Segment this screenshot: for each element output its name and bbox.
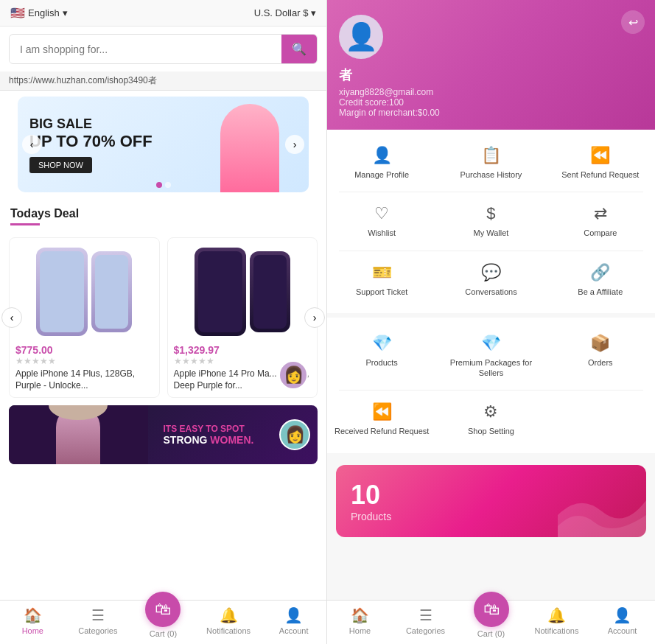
nav-account-label-left: Account xyxy=(279,626,309,635)
lang-chevron-icon: ▾ xyxy=(63,7,68,18)
flag-icon: 🇺🇸 xyxy=(10,6,25,20)
cart-icon-left: 🛍 xyxy=(155,600,171,619)
product-card-1[interactable]: $775.00 ★★★★★ Apple iPhone 14 Plus, 128G… xyxy=(9,237,160,398)
profile-avatar: 👤 xyxy=(339,15,383,59)
nav-cart-label-left: Cart (0) xyxy=(150,629,177,638)
products-next-button[interactable]: › xyxy=(304,307,325,328)
seller-premium-label: Premium Packages for Sellers xyxy=(442,357,539,379)
nav-home-right[interactable]: 🏠 Home xyxy=(327,601,393,644)
product-card-2[interactable]: $1,329.97 ★★★★★ Apple iPhone 14 Pro Ma..… xyxy=(167,237,318,398)
seller-empty xyxy=(546,393,655,445)
categories-icon: ☰ xyxy=(91,606,105,624)
nav-categories-left[interactable]: ☰ Categories xyxy=(66,601,131,644)
phone-screen-dark-2 xyxy=(253,255,287,329)
search-icon: 🔍 xyxy=(292,43,307,55)
compare-label: Compare xyxy=(584,228,617,238)
nav-cart-left[interactable]: 🛍 Cart (0) xyxy=(130,601,196,644)
wallet-icon: $ xyxy=(486,204,495,223)
seller-refund-label: Received Refund Request xyxy=(334,426,429,436)
dot-2 xyxy=(165,182,171,188)
shop-now-button[interactable]: SHOP NOW xyxy=(29,157,92,173)
seller-section: 💎 Products 💎 Premium Packages for Seller… xyxy=(327,318,655,453)
seller-grid-2: ⏪ Received Refund Request ⚙ Shop Setting xyxy=(327,393,655,445)
menu-conversations[interactable]: 💬 Conversations xyxy=(436,254,545,306)
nav-home-left[interactable]: 🏠 Home xyxy=(0,601,66,644)
conversations-label: Conversations xyxy=(465,287,516,297)
cart-button-left[interactable]: 🛍 xyxy=(145,592,181,627)
phone-screen-2 xyxy=(95,255,128,329)
menu-wallet[interactable]: $ My Wallet xyxy=(436,195,545,247)
support-avatar: 👩 xyxy=(279,419,310,450)
hero-prev-button[interactable]: ‹ xyxy=(22,135,41,154)
product-image-1 xyxy=(15,244,153,340)
product-stars-1: ★★★★★ xyxy=(15,356,153,366)
search-button[interactable]: 🔍 xyxy=(281,35,317,63)
hero-figure xyxy=(220,104,279,192)
search-input[interactable] xyxy=(10,36,281,63)
nav-account-label-right: Account xyxy=(608,626,637,635)
cart-button-right[interactable]: 🛍 xyxy=(474,592,509,627)
menu-sent-refund[interactable]: ⏪ Sent Refund Request xyxy=(546,137,655,189)
hero-next-button[interactable]: › xyxy=(285,135,304,154)
menu-compare[interactable]: ⇄ Compare xyxy=(546,195,655,247)
seller-refund[interactable]: ⏪ Received Refund Request xyxy=(327,393,436,445)
nav-cart-right[interactable]: 🛍 Cart (0) xyxy=(458,601,524,644)
seller-premium[interactable]: 💎 Premium Packages for Sellers xyxy=(436,325,545,388)
wishlist-icon: ♡ xyxy=(374,204,389,223)
menu-divider-1 xyxy=(339,192,643,192)
avatar-icon: 👤 xyxy=(345,21,378,52)
manage-profile-label: Manage Profile xyxy=(354,169,409,180)
phone-dark xyxy=(195,248,246,336)
nav-categories-label: Categories xyxy=(78,626,117,635)
nav-notifications-right[interactable]: 🔔 Notifications xyxy=(524,601,589,644)
hero-title: BIG SALE xyxy=(29,116,153,132)
carousel-dots xyxy=(156,182,171,188)
purchase-history-icon: 📋 xyxy=(481,146,501,165)
product-image-2 xyxy=(174,244,312,340)
menu-wishlist[interactable]: ♡ Wishlist xyxy=(327,195,436,247)
support-ticket-icon: 🎫 xyxy=(372,263,392,282)
hero-discount: UP TO 70% OFF xyxy=(29,132,153,151)
menu-support-ticket[interactable]: 🎫 Support Ticket xyxy=(327,254,436,306)
nav-notifications-label-right: Notifications xyxy=(535,626,579,635)
logout-button[interactable]: ↩ xyxy=(621,10,645,34)
compare-icon: ⇄ xyxy=(594,204,607,223)
purchase-history-label: Purchase History xyxy=(460,169,522,180)
support-ticket-label: Support Ticket xyxy=(356,287,407,297)
menu-grid-2: ♡ Wishlist $ My Wallet ⇄ Compare xyxy=(327,195,655,247)
top-bar: 🇺🇸 English ▾ U.S. Dollar $ ▾ xyxy=(0,0,326,27)
nav-categories-label-right: Categories xyxy=(406,626,445,635)
url-text: https://www.huzhan.com/ishop3490者 xyxy=(9,75,157,85)
menu-grid-3: 🎫 Support Ticket 💬 Conversations 🔗 Be a … xyxy=(327,254,655,306)
currency-selector[interactable]: U.S. Dollar $ ▾ xyxy=(254,7,316,18)
nav-account-right[interactable]: 👤 Account xyxy=(589,601,655,644)
nav-categories-right[interactable]: ☰ Categories xyxy=(393,601,458,644)
seller-shop-setting-icon: ⚙ xyxy=(483,402,498,421)
menu-purchase-history[interactable]: 📋 Purchase History xyxy=(436,137,545,189)
affiliate-label: Be a Affiliate xyxy=(578,287,623,297)
phone-dark-2 xyxy=(250,251,290,332)
seller-shop-setting[interactable]: ⚙ Shop Setting xyxy=(436,393,545,445)
promo-text: ITS EASY TO SPOT STRONG WOMEN. xyxy=(164,424,254,446)
seller-products-label: Products xyxy=(365,357,397,368)
menu-manage-profile[interactable]: 👤 Manage Profile xyxy=(327,137,436,189)
nav-notifications-left[interactable]: 🔔 Notifications xyxy=(196,601,262,644)
nav-account-left[interactable]: 👤 Account xyxy=(261,601,326,644)
sent-refund-label: Sent Refund Request xyxy=(561,169,639,180)
home-icon: 🏠 xyxy=(24,606,42,624)
promo-line1: ITS EASY TO SPOT xyxy=(164,424,254,434)
language-selector[interactable]: 🇺🇸 English ▾ xyxy=(10,6,68,20)
stats-wave-svg xyxy=(558,486,646,537)
seller-orders-label: Orders xyxy=(588,357,613,368)
profile-header: ↩ 👤 者 xiyang8828@gmail.com Credit score:… xyxy=(327,0,655,130)
avatar-mini-icon: 👩 xyxy=(284,365,304,385)
product-price-2: $1,329.97 xyxy=(174,344,312,356)
phone-purple-2 xyxy=(91,251,132,332)
seller-orders[interactable]: 📦 Orders xyxy=(546,325,655,388)
stats-card: 10 Products xyxy=(336,465,646,537)
seller-products[interactable]: 💎 Products xyxy=(327,325,436,388)
nav-home-label: Home xyxy=(22,626,43,635)
phone-screen xyxy=(40,251,84,332)
products-prev-button[interactable]: ‹ xyxy=(1,307,22,328)
menu-affiliate[interactable]: 🔗 Be a Affiliate xyxy=(546,254,655,306)
